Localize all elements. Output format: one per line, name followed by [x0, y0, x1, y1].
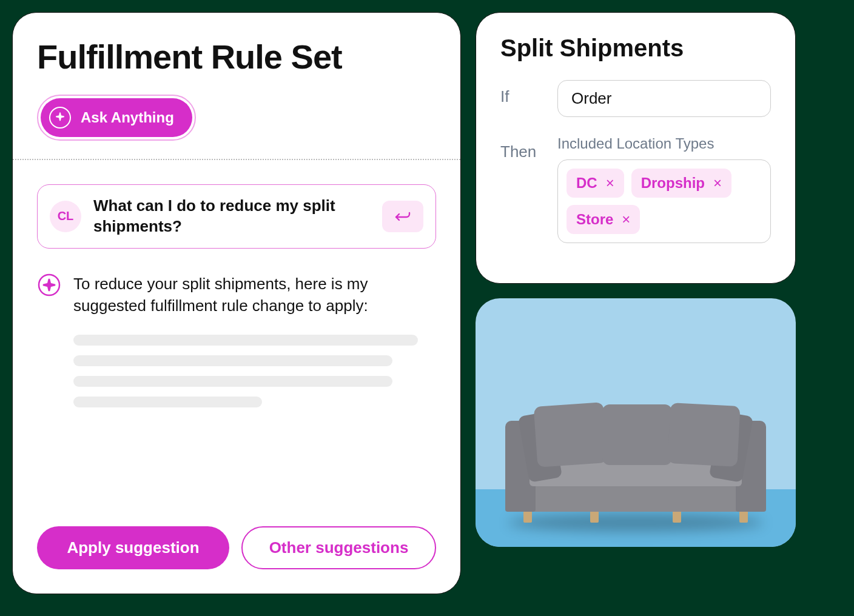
avatar: CL [50, 201, 81, 232]
tag-label: DC [576, 175, 597, 192]
product-image [476, 298, 796, 547]
divider [13, 159, 460, 160]
close-icon[interactable]: × [622, 211, 630, 228]
if-label: If [500, 80, 543, 106]
then-row: Then Included Location Types DC × Dropsh… [500, 135, 771, 243]
fulfillment-card: Fulfillment Rule Set Ask Anything CL Wha… [12, 12, 461, 594]
ask-anything-button[interactable]: Ask Anything [41, 98, 192, 137]
skeleton-placeholder [73, 335, 436, 407]
tag-dropship: Dropship × [631, 169, 731, 198]
if-row: If Order [500, 80, 771, 117]
tag-label: Store [576, 211, 613, 228]
split-shipments-title: Split Shipments [500, 35, 771, 62]
other-suggestions-button[interactable]: Other suggestions [241, 526, 436, 569]
ask-anything-wrap: Ask Anything [37, 95, 196, 141]
action-row: Apply suggestion Other suggestions [37, 526, 436, 569]
sofa-illustration [505, 389, 766, 523]
skeleton-line [73, 376, 392, 387]
ai-response: To reduce your split shipments, here is … [37, 273, 436, 317]
page-title: Fulfillment Rule Set [37, 37, 436, 76]
if-condition-field[interactable]: Order [557, 80, 771, 117]
tag-label: Dropship [641, 175, 705, 192]
sparkle-icon [37, 273, 61, 297]
split-shipments-card: Split Shipments If Order Then Included L… [476, 12, 796, 284]
user-question: What can I do to reduce my split shipmen… [93, 196, 370, 237]
ai-response-text: To reduce your split shipments, here is … [73, 273, 436, 317]
included-location-types-label: Included Location Types [557, 135, 771, 152]
apply-suggestion-button[interactable]: Apply suggestion [37, 526, 229, 569]
close-icon[interactable]: × [606, 175, 614, 192]
skeleton-line [73, 397, 262, 407]
user-message: CL What can I do to reduce my split ship… [37, 184, 436, 249]
return-icon [394, 210, 411, 223]
right-column: Split Shipments If Order Then Included L… [476, 12, 796, 604]
location-types-field[interactable]: DC × Dropship × Store × [557, 159, 771, 243]
skeleton-line [73, 335, 418, 346]
close-icon[interactable]: × [713, 175, 722, 192]
skeleton-line [73, 355, 392, 366]
tag-store: Store × [567, 205, 640, 234]
then-label: Then [500, 135, 543, 161]
sparkle-icon [49, 107, 71, 129]
send-button[interactable] [382, 201, 423, 232]
ask-anything-label: Ask Anything [81, 109, 174, 126]
tag-dc: DC × [567, 169, 624, 198]
